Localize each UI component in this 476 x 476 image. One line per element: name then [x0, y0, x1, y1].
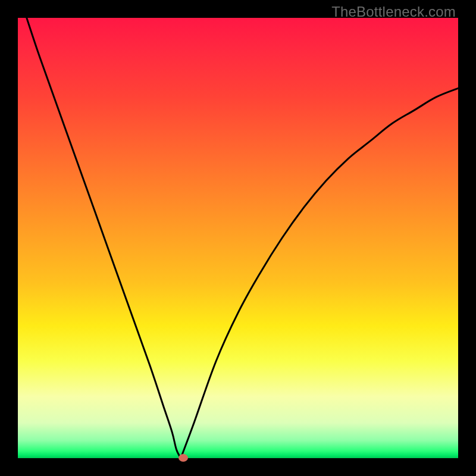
chart-frame: TheBottleneck.com — [0, 0, 476, 476]
plot-area — [18, 18, 458, 458]
bottleneck-curve — [18, 18, 458, 458]
curve-path — [27, 18, 458, 458]
bottleneck-minimum-marker — [178, 454, 188, 462]
